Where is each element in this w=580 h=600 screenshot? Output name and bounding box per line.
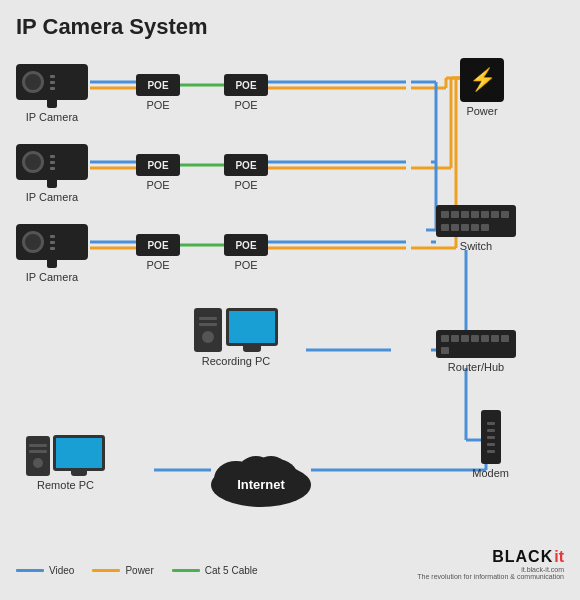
camera-2-body <box>16 144 88 180</box>
poe-label: POE <box>146 259 169 271</box>
camera-dot <box>50 87 55 90</box>
router-label: Router/Hub <box>448 361 504 373</box>
poe-2-text: POE <box>235 80 256 91</box>
switch-body <box>436 205 516 237</box>
switch-port <box>441 211 449 218</box>
legend-cat5-text: Cat 5 Cable <box>205 565 258 576</box>
legend-video-line <box>16 569 44 572</box>
recording-pc-label: Recording PC <box>202 355 270 367</box>
pc-monitor-wrap <box>226 308 278 352</box>
switch-device: Switch <box>436 205 516 252</box>
legend-power-text: Power <box>125 565 153 576</box>
router-port <box>441 335 449 342</box>
camera-1-mount <box>47 100 57 108</box>
pc-tower <box>194 308 222 352</box>
switch-port <box>451 224 459 231</box>
switch-port <box>451 211 459 218</box>
router-port <box>491 335 499 342</box>
legend-video: Video <box>16 565 74 576</box>
poe-text: POE <box>235 160 256 171</box>
camera-3-dots <box>50 235 55 250</box>
pc-disc <box>33 458 43 468</box>
remote-monitor-wrap <box>53 435 105 476</box>
camera-dot <box>50 241 55 244</box>
camera-1-body <box>16 64 88 100</box>
camera-1-dots <box>50 75 55 90</box>
poe-1-text: POE <box>147 80 168 91</box>
pc-disc <box>202 331 214 343</box>
poe-label: POE <box>146 179 169 191</box>
diagram: IP Camera POE POE POE POE <box>16 50 564 580</box>
modem-device: Modem <box>472 410 509 479</box>
remote-tower <box>26 436 50 476</box>
router-device: Router/Hub <box>436 330 516 373</box>
modem-label: Modem <box>472 467 509 479</box>
modem-light <box>487 450 495 453</box>
router-port <box>501 335 509 342</box>
camera-1-lens <box>22 71 44 93</box>
poe-text: POE <box>235 240 256 251</box>
remote-monitor <box>53 435 105 471</box>
switch-label: Switch <box>460 240 492 252</box>
switch-port <box>461 224 469 231</box>
camera-dot <box>50 161 55 164</box>
switch-port <box>471 211 479 218</box>
power-device: ⚡ Power <box>460 58 504 117</box>
legend-cat5: Cat 5 Cable <box>172 565 258 576</box>
camera-1: IP Camera <box>16 64 88 123</box>
internet-text: Internet <box>237 477 285 492</box>
poe-1-row1: POE POE <box>136 74 180 111</box>
switch-port <box>461 211 469 218</box>
power-label: Power <box>466 105 497 117</box>
camera-3-body <box>16 224 88 260</box>
poe-rect: POE <box>136 154 180 176</box>
power-icon: ⚡ <box>460 58 504 102</box>
legend-video-text: Video <box>49 565 74 576</box>
page: IP Camera System <box>0 0 580 600</box>
remote-pc-label: Remote PC <box>37 479 94 491</box>
poe-text: POE <box>147 240 168 251</box>
router-body <box>436 330 516 358</box>
poe-text: POE <box>147 160 168 171</box>
modem-light <box>487 443 495 446</box>
pc-monitor-stand <box>243 346 261 352</box>
pc-drive <box>29 444 47 447</box>
pc-drive <box>199 323 217 326</box>
camera-3: IP Camera <box>16 224 88 283</box>
logo-tagline: The revolution for information & communi… <box>417 573 564 580</box>
modem-light <box>487 422 495 425</box>
router-port <box>461 335 469 342</box>
logo: BLACK it it.black-it.com The revolution … <box>417 548 564 580</box>
legend: Video Power Cat 5 Cable <box>16 565 258 576</box>
remote-monitor-stand <box>71 471 87 476</box>
camera-dot <box>50 247 55 250</box>
poe-1-label: POE <box>146 99 169 111</box>
router-port <box>451 335 459 342</box>
modem-body <box>481 410 501 464</box>
modem-light <box>487 436 495 439</box>
camera-dot <box>50 81 55 84</box>
router-port <box>481 335 489 342</box>
poe-2-row1: POE POE <box>224 74 268 111</box>
remote-pc-container <box>26 435 105 476</box>
camera-3-label: IP Camera <box>26 271 78 283</box>
camera-dot <box>50 155 55 158</box>
router-port <box>471 335 479 342</box>
internet-cloud: Internet <box>206 435 316 510</box>
router-port <box>441 347 449 354</box>
camera-dot <box>50 235 55 238</box>
camera-3-mount <box>47 260 57 268</box>
logo-website: it.black-it.com <box>521 566 564 573</box>
logo-it-text: it <box>554 548 564 566</box>
switch-port <box>471 224 479 231</box>
camera-dot <box>50 75 55 78</box>
page-title: IP Camera System <box>16 14 564 40</box>
poe-2-row2: POE POE <box>224 154 268 191</box>
camera-2-label: IP Camera <box>26 191 78 203</box>
legend-power: Power <box>92 565 153 576</box>
cloud-svg: Internet <box>206 435 316 510</box>
poe-label: POE <box>234 259 257 271</box>
remote-pc: Remote PC <box>26 435 105 491</box>
recording-pc-container <box>194 308 278 352</box>
logo-brand: BLACK it <box>492 548 564 566</box>
